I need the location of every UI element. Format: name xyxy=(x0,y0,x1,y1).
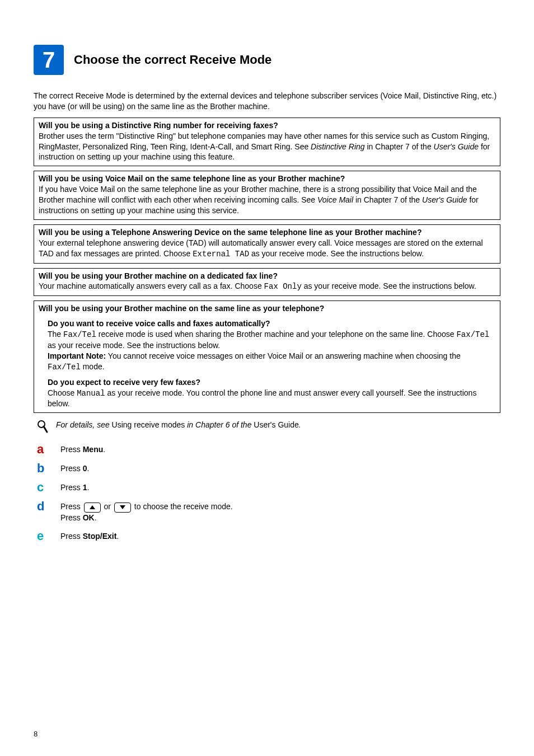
steps-list: a Press Menu. b Press 0. c Press 1. d Pr… xyxy=(37,443,500,542)
box-body: Brother uses the term "Distinctive Ring"… xyxy=(39,131,495,163)
step-text: Press Menu. xyxy=(60,443,105,455)
text: The xyxy=(48,330,63,339)
ref-text: User's Guide xyxy=(254,420,298,429)
mono-value: Fax Only xyxy=(264,282,302,291)
italic-ref: Voice Mail xyxy=(317,195,353,204)
text: receive mode is used when sharing the Br… xyxy=(96,330,457,339)
step-d: d Press or to choose the receive mode. P… xyxy=(37,500,500,523)
text: Press xyxy=(60,464,83,473)
step-text: Press Stop/Exit. xyxy=(60,530,119,542)
section-title: Choose the correct Receive Mode xyxy=(74,51,271,68)
box-question: Will you be using a Telephone Answering … xyxy=(39,227,495,238)
button-name: OK xyxy=(83,513,95,522)
box-question: Will you be using Voice Mail on the same… xyxy=(39,173,495,184)
text: Press xyxy=(60,502,83,511)
italic-ref: User's Guide xyxy=(422,195,467,204)
ref-text: Using receive modes xyxy=(112,420,185,429)
mono-value: Fax/Tel xyxy=(456,330,489,339)
box-question: Will you be using your Brother machine o… xyxy=(39,271,495,281)
box-tad: Will you be using a Telephone Answering … xyxy=(34,224,500,264)
text: . xyxy=(87,464,89,473)
button-name: Stop/Exit xyxy=(83,532,117,541)
text: Choose xyxy=(48,388,77,397)
section-header: 7 Choose the correct Receive Mode xyxy=(34,45,500,75)
text: Press xyxy=(60,483,83,492)
tip-text: For details, see Using receive modes in … xyxy=(56,420,301,430)
button-name: Menu xyxy=(83,445,104,454)
mono-value: Fax/Tel xyxy=(63,330,96,339)
text: as your receive mode. See the instructio… xyxy=(249,249,424,258)
step-letter: c xyxy=(37,481,48,494)
box-body: Choose Manual as your receive mode. You … xyxy=(48,388,495,410)
text: You cannot receive voice messages on eit… xyxy=(106,351,461,360)
step-number-badge: 7 xyxy=(34,45,64,75)
tip-row: For details, see Using receive modes in … xyxy=(37,420,500,434)
text: or xyxy=(102,502,113,511)
magnifier-icon xyxy=(37,420,48,434)
step-letter: e xyxy=(37,530,48,542)
mono-value: Manual xyxy=(77,389,105,398)
text: to choose the receive mode. xyxy=(132,502,233,511)
box-voice-mail: Will you be using Voice Mail on the same… xyxy=(34,171,500,220)
text: Your machine automatically answers every… xyxy=(39,281,264,290)
important-note: Important Note: You cannot receive voice… xyxy=(48,351,495,373)
mono-value: External TAD xyxy=(193,250,249,259)
step-letter: a xyxy=(37,443,48,456)
sub-question: Do you expect to receive very few faxes? xyxy=(48,377,495,388)
text: in Chapter 6 of the xyxy=(185,420,254,429)
step-c: c Press 1. xyxy=(37,481,500,494)
text: Press xyxy=(60,513,83,522)
text: . xyxy=(299,420,301,429)
step-text: Press or to choose the receive mode. Pre… xyxy=(60,500,233,523)
text: mode. xyxy=(81,362,105,371)
step-letter: b xyxy=(37,462,48,475)
arrow-down-key-icon xyxy=(114,503,131,513)
text: in Chapter 7 of the xyxy=(365,142,434,151)
mono-value: Fax/Tel xyxy=(48,363,81,372)
text: in Chapter 7 of the xyxy=(353,195,422,204)
step-text: Press 1. xyxy=(60,481,89,493)
note-label: Important Note: xyxy=(48,351,106,360)
italic-ref: Distinctive Ring xyxy=(311,142,364,151)
box-body: The Fax/Tel receive mode is used when sh… xyxy=(48,329,495,351)
step-e: e Press Stop/Exit. xyxy=(37,530,500,542)
box-body: Your external telephone answering device… xyxy=(39,238,495,260)
box-question: Will you be using a Distinctive Ring num… xyxy=(39,120,495,131)
box-body: Your machine automatically answers every… xyxy=(39,281,495,292)
box-distinctive-ring: Will you be using a Distinctive Ring num… xyxy=(34,118,500,167)
text: For details, see xyxy=(56,420,112,429)
sub-question: Do you want to receive voice calls and f… xyxy=(48,318,495,329)
text: as your receive mode. You control the ph… xyxy=(48,388,476,408)
italic-ref: User's Guide xyxy=(434,142,479,151)
arrow-up-key-icon xyxy=(84,503,101,513)
box-dedicated-fax: Will you be using your Brother machine o… xyxy=(34,268,500,297)
box-same-line-phone: Will you be using your Brother machine o… xyxy=(34,300,500,413)
box-body: If you have Voice Mail on the same telep… xyxy=(39,184,495,216)
step-letter: d xyxy=(37,500,48,513)
text: as your receive mode. See the instructio… xyxy=(48,341,220,350)
step-a: a Press Menu. xyxy=(37,443,500,456)
text: . xyxy=(95,513,97,522)
text: Press xyxy=(60,445,83,454)
step-text: Press 0. xyxy=(60,462,89,474)
svg-line-1 xyxy=(44,426,47,432)
step-b: b Press 0. xyxy=(37,462,500,475)
text: . xyxy=(87,483,89,492)
text: as your receive mode. See the instructio… xyxy=(302,281,476,290)
intro-paragraph: The correct Receive Mode is determined b… xyxy=(34,91,500,112)
text: . xyxy=(116,532,119,541)
text: Press xyxy=(60,532,83,541)
box-question: Will you be using your Brother machine o… xyxy=(39,303,495,314)
text: . xyxy=(103,445,105,454)
